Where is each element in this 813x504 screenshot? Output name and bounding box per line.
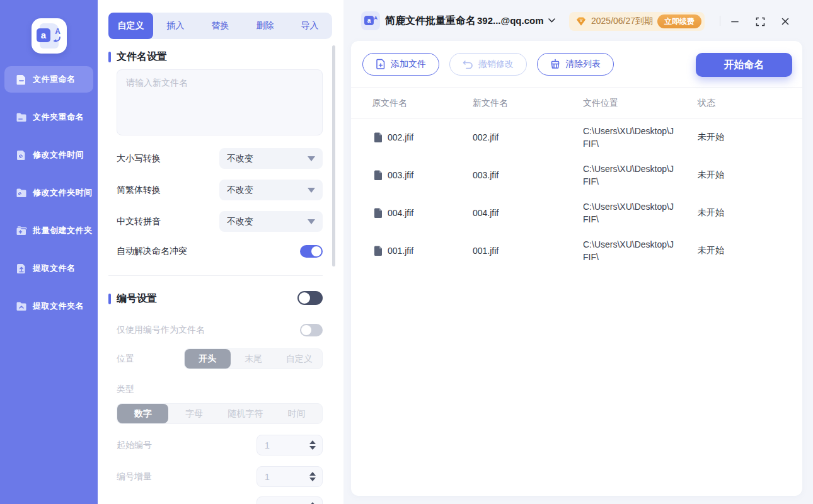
traditional-convert-row: 简繁体转换 不改变: [117, 180, 323, 200]
position-end[interactable]: 末尾: [231, 349, 277, 369]
stepper-icon[interactable]: [309, 472, 316, 481]
sidebar-item-file-extract[interactable]: 提取文件名: [4, 255, 93, 282]
sidebar-item-label: 提取文件夹名: [33, 301, 84, 312]
new-filename-input[interactable]: [117, 69, 323, 135]
close-icon: [781, 17, 790, 26]
pinyin-convert-select[interactable]: 不改变: [219, 211, 323, 232]
new-name: 002.jfif: [473, 118, 499, 156]
minimize-button[interactable]: [729, 16, 741, 27]
only-number-label: 仅使用编号作为文件名: [117, 324, 205, 336]
only-number-toggle[interactable]: [300, 324, 323, 336]
position-custom[interactable]: 自定义: [276, 349, 322, 369]
folder-extract-icon: [16, 301, 27, 312]
type-random[interactable]: 随机字符: [220, 404, 271, 423]
caret-down-icon: [308, 188, 315, 193]
numbering-section-title: 编号设置: [108, 292, 157, 306]
table-row[interactable]: 002.jfif 002.jfif C:\Users\XU\Desktop\JF…: [351, 118, 802, 156]
numbering-toggle[interactable]: [297, 291, 323, 305]
tab-insert[interactable]: 插入: [153, 13, 198, 39]
file-list-card: 添加文件 撤销修改 清除列表 开始命名 原文件名 新文件名 文件位置 状态 00…: [351, 41, 802, 496]
account-menu[interactable]: 392...@qq.com: [477, 15, 555, 26]
file-icon: [374, 170, 383, 181]
close-button[interactable]: [780, 16, 791, 27]
start-rename-button[interactable]: 开始命名: [696, 53, 792, 77]
file-icon: [374, 246, 383, 256]
sidebar-item-folder-rename[interactable]: 文件夹重命名: [4, 104, 93, 130]
auto-resolve-row: 自动解决命名冲突: [117, 241, 323, 261]
increment-label: 编号增量: [117, 471, 152, 483]
original-name: 003.jfif: [388, 170, 413, 180]
start-number-input[interactable]: 1: [257, 435, 323, 455]
logo-curl-arrow-icon: [52, 37, 61, 43]
folder-time-icon: [16, 187, 27, 198]
add-files-button[interactable]: 添加文件: [362, 53, 439, 76]
maximize-icon: [756, 17, 765, 26]
start-number-label: 起始编号: [117, 440, 152, 451]
caret-down-icon: [308, 156, 315, 161]
undo-icon: [463, 59, 473, 69]
maximize-button[interactable]: [754, 16, 766, 27]
type-number[interactable]: 数字: [117, 404, 168, 423]
section-divider: [108, 275, 323, 276]
titlebar-app-icon: a A: [361, 11, 380, 30]
main-area: a A 简鹿文件批量重命名 392...@qq.com V 2025/06/27…: [343, 0, 813, 504]
file-path: C:\Users\XU\Desktop\JFIF\: [583, 232, 679, 270]
titlebar: a A 简鹿文件批量重命名 392...@qq.com V 2025/06/27…: [343, 0, 813, 41]
increment-input[interactable]: 1: [257, 466, 323, 487]
section-accent-bar: [108, 52, 111, 62]
tab-delete[interactable]: 删除: [243, 13, 287, 39]
start-number-row: 起始编号 1: [117, 435, 323, 455]
col-location: 文件位置: [583, 88, 618, 118]
toolbar: 添加文件 撤销修改 清除列表 开始命名: [351, 41, 802, 88]
traditional-convert-select[interactable]: 不改变: [219, 180, 323, 200]
case-convert-select[interactable]: 不改变: [219, 148, 323, 169]
table-row[interactable]: 004.jfif 004.jfif C:\Users\XU\Desktop\JF…: [351, 194, 802, 232]
folder-create-icon: [16, 225, 27, 236]
original-name: 002.jfif: [388, 132, 413, 142]
tab-import[interactable]: 导入: [287, 13, 332, 39]
col-original-name: 原文件名: [372, 88, 407, 118]
table-row[interactable]: 001.jfif 001.jfif C:\Users\XU\Desktop\JF…: [351, 232, 802, 270]
sidebar-item-label: 提取文件名: [33, 263, 76, 274]
caret-down-icon: [308, 219, 315, 224]
tab-custom[interactable]: 自定义: [108, 13, 153, 39]
tab-replace[interactable]: 替换: [198, 13, 243, 39]
auto-resolve-toggle[interactable]: [300, 245, 323, 258]
type-time[interactable]: 时间: [271, 404, 322, 423]
position-start[interactable]: 开头: [185, 349, 231, 369]
renew-button[interactable]: 立即续费: [657, 14, 701, 28]
logo-a-icon: a: [37, 28, 50, 42]
new-name: 004.jfif: [473, 194, 499, 232]
original-name: 001.jfif: [388, 246, 413, 256]
clear-list-button[interactable]: 清除列表: [537, 53, 614, 76]
minimize-icon: [730, 17, 739, 26]
sidebar-item-folder-time[interactable]: 修改文件夹时间: [4, 180, 93, 206]
chevron-down-icon: [548, 18, 555, 23]
partial-number-input[interactable]: [257, 496, 323, 504]
panel-scrollbar[interactable]: [332, 45, 335, 266]
file-path: C:\Users\XU\Desktop\JFIF\: [583, 156, 679, 194]
status: 未开始: [698, 156, 724, 194]
sidebar-item-file-rename[interactable]: 文件重命名: [4, 66, 93, 93]
sidebar-item-label: 文件夹重命名: [33, 112, 84, 123]
app-title: 简鹿文件批量重命名: [385, 14, 476, 28]
type-letter[interactable]: 字母: [168, 404, 219, 423]
pinyin-convert-label: 中文转拼音: [117, 216, 161, 227]
table-row[interactable]: 003.jfif 003.jfif C:\Users\XU\Desktop\JF…: [351, 156, 802, 194]
sidebar: a A 文件重命名 文件夹重命名 修改文件时间 修改文件夹时间 批量创建文件夹: [0, 0, 98, 504]
sidebar-item-file-time[interactable]: 修改文件时间: [4, 142, 93, 168]
mode-tabs: 自定义 插入 替换 删除 导入: [108, 13, 332, 39]
vip-gem-icon: V: [575, 16, 587, 26]
col-new-name: 新文件名: [473, 88, 508, 118]
new-name: 001.jfif: [473, 232, 499, 270]
sidebar-item-folder-create[interactable]: 批量创建文件夹: [4, 217, 93, 244]
stepper-icon[interactable]: [309, 440, 316, 450]
sidebar-item-label: 修改文件夹时间: [33, 187, 93, 198]
license-badge: V 2025/06/27到期 立即续费: [569, 12, 705, 31]
undo-button[interactable]: 撤销修改: [449, 53, 527, 76]
sidebar-item-folder-extract[interactable]: 提取文件夹名: [4, 293, 93, 319]
file-rename-icon: [16, 74, 27, 85]
original-name: 004.jfif: [388, 208, 413, 218]
folder-rename-icon: [16, 112, 27, 123]
position-row: 位置 开头 末尾 自定义: [117, 348, 323, 369]
